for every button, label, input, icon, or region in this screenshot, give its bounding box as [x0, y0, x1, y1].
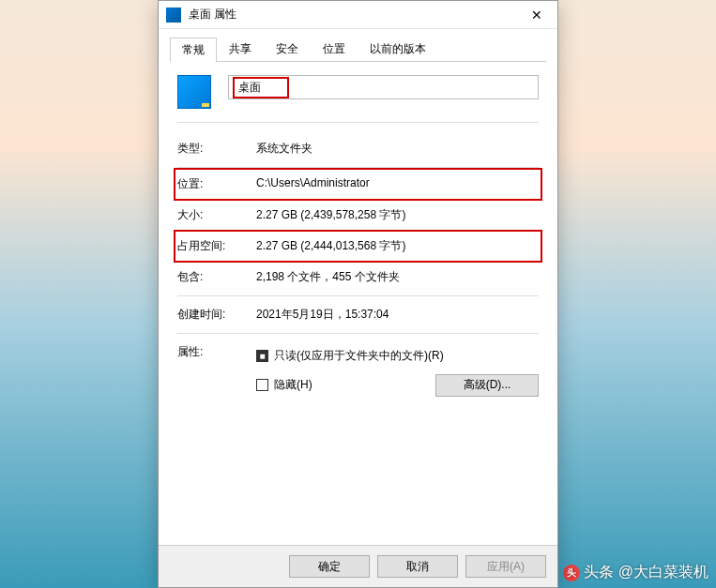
close-button[interactable]: ✕	[515, 1, 557, 29]
apply-button[interactable]: 应用(A)	[465, 555, 546, 578]
folder-header: 桌面	[177, 75, 539, 123]
row-location: 位置: C:\Users\Administrator	[174, 168, 542, 201]
hidden-checkbox[interactable]	[256, 379, 268, 391]
desktop-icon	[166, 8, 181, 23]
hidden-label: 隐藏(H)	[274, 377, 312, 393]
tab-content: 桌面 类型: 系统文件夹 位置: C:\Users\Administrator …	[159, 62, 557, 545]
attr-controls: ■ 只读(仅应用于文件夹中的文件)(R) 隐藏(H) 高级(D)...	[256, 344, 539, 397]
tab-location[interactable]: 位置	[311, 37, 358, 61]
row-size-on-disk: 占用空间: 2.27 GB (2,444,013,568 字节)	[174, 230, 542, 263]
created-value: 2021年5月19日，15:37:04	[256, 307, 539, 323]
size-value: 2.27 GB (2,439,578,258 字节)	[256, 207, 539, 223]
row-size: 大小: 2.27 GB (2,439,578,258 字节)	[177, 199, 539, 232]
attr-label: 属性:	[177, 344, 256, 360]
readonly-label: 只读(仅应用于文件夹中的文件)(R)	[274, 348, 444, 364]
properties-dialog: 桌面 属性 ✕ 常规 共享 安全 位置 以前的版本 桌面 类型: 系统文件夹 位…	[158, 0, 558, 588]
location-label: 位置:	[177, 176, 256, 192]
disk-value: 2.27 GB (2,444,013,568 字节)	[256, 238, 539, 254]
watermark-text: 头条 @大白菜装机	[584, 563, 708, 582]
separator	[177, 295, 539, 296]
advanced-button[interactable]: 高级(D)...	[435, 374, 539, 397]
size-label: 大小:	[177, 207, 256, 223]
toutiao-icon: 头	[563, 565, 580, 581]
row-created: 创建时间: 2021年5月19日，15:37:04	[177, 298, 539, 331]
contains-label: 包含:	[177, 269, 256, 285]
location-value: C:\Users\Administrator	[256, 176, 539, 192]
tab-security[interactable]: 安全	[264, 37, 311, 61]
tab-sharing[interactable]: 共享	[217, 37, 264, 61]
cancel-button[interactable]: 取消	[377, 555, 458, 578]
folder-name-text: 桌面	[233, 77, 289, 98]
row-attributes: 属性: ■ 只读(仅应用于文件夹中的文件)(R) 隐藏(H) 高级(D)...	[177, 336, 539, 405]
window-title: 桌面 属性	[189, 7, 515, 23]
type-label: 类型:	[177, 141, 256, 157]
titlebar: 桌面 属性 ✕	[159, 1, 557, 29]
tab-area: 常规 共享 安全 位置 以前的版本	[159, 29, 557, 62]
separator	[177, 333, 539, 334]
readonly-checkbox-row[interactable]: ■ 只读(仅应用于文件夹中的文件)(R)	[256, 344, 539, 368]
dialog-footer: 确定 取消 应用(A)	[159, 545, 557, 587]
tab-general[interactable]: 常规	[170, 38, 217, 62]
tabs: 常规 共享 安全 位置 以前的版本	[170, 37, 546, 62]
contains-value: 2,198 个文件，455 个文件夹	[256, 269, 539, 285]
readonly-checkbox[interactable]: ■	[256, 350, 268, 362]
folder-icon	[177, 75, 211, 109]
row-type: 类型: 系统文件夹	[177, 132, 539, 165]
ok-button[interactable]: 确定	[289, 555, 370, 578]
disk-label: 占用空间:	[177, 238, 256, 254]
row-contains: 包含: 2,198 个文件，455 个文件夹	[177, 261, 539, 294]
watermark: 头 头条 @大白菜装机	[563, 563, 708, 582]
hidden-checkbox-row[interactable]: 隐藏(H)	[256, 373, 428, 397]
created-label: 创建时间:	[177, 307, 256, 323]
folder-name-input[interactable]: 桌面	[228, 75, 539, 99]
type-value: 系统文件夹	[256, 141, 539, 157]
tab-previous-versions[interactable]: 以前的版本	[358, 37, 438, 61]
